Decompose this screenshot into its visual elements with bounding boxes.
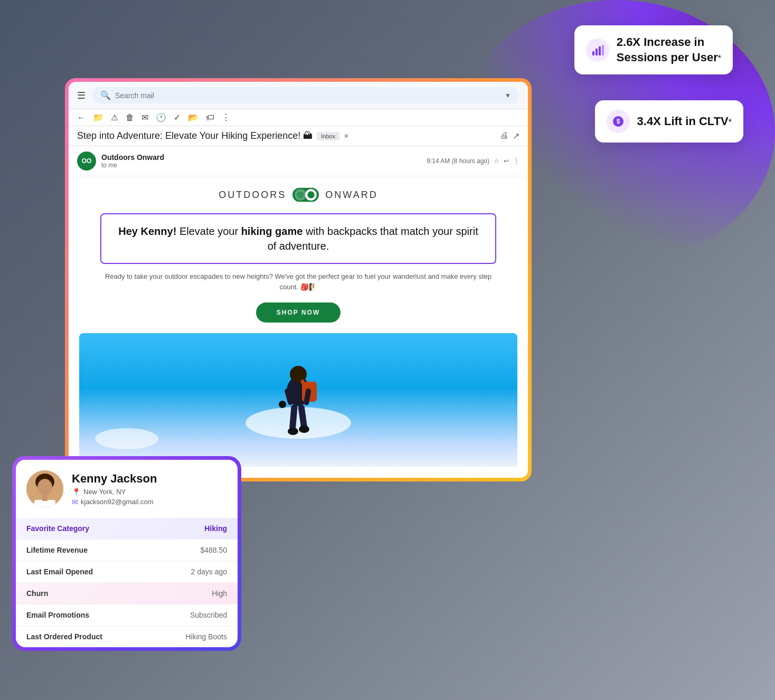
sessions-stat-text: 2.6X Increase inSessions per User* [617, 35, 721, 65]
print-icons: 🖨 ↗ [500, 131, 519, 141]
profile-data-table: Favorite Category Hiking Lifetime Revenu… [16, 518, 238, 647]
profile-info: Kenny Jackson 📍 New York, NY ✉ kjackson9… [72, 472, 227, 506]
svg-rect-25 [34, 500, 55, 507]
svg-rect-17 [289, 404, 298, 431]
search-icon: 🔍 [100, 90, 111, 100]
inbox-badge[interactable]: Inbox [317, 132, 339, 140]
sender-info: OO Outdoors Onward to me 9:14 AM (8 hour… [69, 146, 528, 176]
brand-name-right: ONWARD [325, 190, 377, 201]
gmail-toolbar: ☰ 🔍 ▼ [69, 82, 528, 109]
svg-point-10 [308, 191, 315, 198]
email-headline: Hey Kenny! Elevate your hiking game with… [114, 224, 483, 253]
table-row: Last Ordered Product Hiking Boots [16, 626, 238, 648]
email-subject: Step into Adventure: Elevate Your Hiking… [77, 130, 313, 141]
alert-icon[interactable]: ⚠ [111, 112, 118, 122]
table-cell-value: Hiking Boots [150, 626, 238, 648]
svg-rect-14 [301, 380, 304, 384]
stats-card-cltv: $ 3.4X Lift in CLTV* [595, 100, 743, 143]
email-icon[interactable]: ✉ [141, 112, 148, 122]
sender-avatar: OO [77, 152, 96, 171]
sender-name: Outdoors Onward [101, 153, 164, 162]
location-icon: 📍 [72, 488, 81, 496]
archive-icon[interactable]: 📁 [93, 112, 103, 122]
profile-header: Kenny Jackson 📍 New York, NY ✉ kjackson9… [16, 460, 238, 518]
check-icon[interactable]: ✓ [174, 112, 181, 122]
table-row: Lifetime Revenue $488.50 [16, 540, 238, 561]
search-input[interactable] [115, 91, 500, 100]
star-icon[interactable]: ☆ [494, 157, 499, 165]
svg-point-19 [288, 428, 298, 435]
email-subtext: Ready to take your outdoor escapades to … [100, 271, 496, 292]
table-cell-label: Email Promotions [16, 604, 150, 626]
back-icon[interactable]: ← [77, 113, 86, 122]
hamburger-icon[interactable]: ☰ [77, 90, 86, 101]
search-bar[interactable]: 🔍 ▼ [92, 87, 519, 103]
email-headline-box: Hey Kenny! Elevate your hiking game with… [100, 213, 496, 264]
hiker-silhouette [264, 344, 333, 467]
tag-icon[interactable]: 🏷 [206, 113, 214, 122]
profile-avatar [26, 470, 63, 507]
brand-logo [292, 187, 319, 203]
profile-name: Kenny Jackson [72, 472, 227, 486]
table-cell-label: Churn [16, 583, 150, 604]
clock-icon[interactable]: 🕐 [156, 112, 166, 122]
sessions-icon [586, 39, 609, 62]
email-card: ☰ 🔍 ▼ ← 📁 ⚠ 🗑 ✉ 🕐 ✓ 📂 🏷 ⋮ Step into Adve… [69, 82, 528, 478]
shop-now-button[interactable]: SHOP NOW [256, 302, 341, 323]
more-icon[interactable]: ⋮ [222, 112, 230, 122]
external-icon[interactable]: ↗ [513, 131, 519, 141]
mail-icon: ✉ [72, 498, 78, 506]
reply-icon[interactable]: ↩ [504, 157, 509, 165]
svg-point-21 [279, 401, 286, 408]
svg-rect-2 [599, 46, 601, 55]
table-cell-label: Favorite Category [16, 518, 150, 540]
svg-point-9 [297, 191, 304, 198]
table-row: Favorite Category Hiking [16, 518, 238, 540]
table-cell-value: Hiking [150, 518, 238, 540]
svg-rect-1 [596, 49, 598, 55]
svg-point-24 [37, 479, 52, 496]
email-body: OUTDOORS ONWARD Hey Kenny! Elevate your … [69, 176, 528, 467]
svg-rect-26 [42, 495, 48, 501]
table-cell-value: Subscribed [150, 604, 238, 626]
table-cell-value: High [150, 583, 238, 604]
profile-location: 📍 New York, NY [72, 488, 227, 496]
avatar-illustration [26, 470, 63, 507]
table-cell-label: Lifetime Revenue [16, 540, 150, 561]
svg-rect-3 [602, 45, 604, 55]
svg-point-20 [299, 425, 309, 433]
profile-card: Kenny Jackson 📍 New York, NY ✉ kjackson9… [16, 460, 238, 647]
table-row: Last Email Opened 2 days ago [16, 561, 238, 583]
cltv-stat-text: 3.4X Lift in CLTV* [637, 114, 732, 129]
cltv-icon: $ [607, 110, 630, 133]
print-icon[interactable]: 🖨 [500, 131, 508, 141]
more-options-icon[interactable]: ⋮ [513, 157, 519, 165]
email-card-wrapper: ☰ 🔍 ▼ ← 📁 ⚠ 🗑 ✉ 🕐 ✓ 📂 🏷 ⋮ Step into Adve… [65, 78, 532, 481]
table-row-churn: Churn High [16, 583, 238, 604]
email-timestamp: 9:14 AM (8 hours ago) ☆ ↩ ⋮ [427, 157, 519, 165]
stats-card-sessions: 2.6X Increase inSessions per User* [574, 25, 733, 74]
profile-email: ✉ kjackson92@gmail.com [72, 498, 227, 506]
profile-card-wrapper: Kenny Jackson 📍 New York, NY ✉ kjackson9… [12, 456, 241, 651]
email-hero-image [79, 333, 517, 467]
inbox-close-icon[interactable]: ✕ [344, 133, 349, 140]
svg-text:$: $ [616, 118, 620, 125]
gmail-action-bar: ← 📁 ⚠ 🗑 ✉ 🕐 ✓ 📂 🏷 ⋮ [69, 109, 528, 126]
table-cell-value: $488.50 [150, 540, 238, 561]
email-subject-bar: Step into Adventure: Elevate Your Hiking… [69, 126, 528, 146]
table-row: Email Promotions Subscribed [16, 604, 238, 626]
sender-to: to me [101, 162, 164, 169]
brand-name-left: OUTDOORS [219, 190, 286, 201]
search-caret-icon: ▼ [505, 92, 511, 99]
brand-header: OUTDOORS ONWARD [79, 187, 517, 203]
table-cell-value: 2 days ago [150, 561, 238, 583]
svg-point-12 [290, 366, 307, 383]
table-cell-label: Last Email Opened [16, 561, 150, 583]
delete-icon[interactable]: 🗑 [126, 113, 134, 122]
table-cell-label: Last Ordered Product [16, 626, 150, 648]
folder-icon[interactable]: 📂 [188, 112, 199, 122]
svg-rect-0 [592, 51, 594, 55]
